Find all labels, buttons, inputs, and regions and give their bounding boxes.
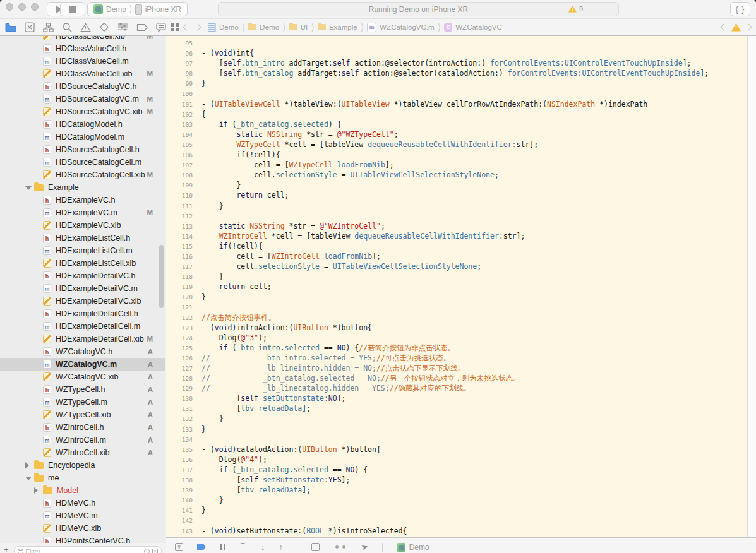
file-row[interactable]: HDExampleDetailVC.xib: [0, 295, 165, 307]
navigator-scrollbar[interactable]: [159, 245, 164, 308]
code-line[interactable]: 95: [166, 38, 747, 48]
file-row[interactable]: WZTypeCell.xibA: [0, 408, 165, 421]
folder-row[interactable]: Model: [0, 484, 165, 497]
file-row[interactable]: hHDCatalogModel.h: [0, 118, 165, 131]
code-line[interactable]: 107 cell = [WZTypeCell loadFromNib];: [166, 160, 747, 170]
find-navigator-icon[interactable]: [62, 22, 72, 32]
code-line[interactable]: 98 [self.btn_catalog addTarget:self acti…: [166, 68, 747, 78]
code-line[interactable]: 117 cell.selectionStyle = UITableViewCel…: [166, 261, 747, 271]
breakpoint-navigator-icon[interactable]: [136, 23, 148, 32]
disclosure-open-icon[interactable]: [25, 186, 32, 190]
debug-process[interactable]: Demo: [397, 543, 429, 552]
code-line[interactable]: 136 Dlog(@"4");: [166, 455, 747, 465]
file-row[interactable]: hHDExampleVC.h: [0, 194, 165, 206]
code-line[interactable]: 127// _lb_lineintro.hidden = NO;//点击状态下显…: [166, 363, 747, 373]
folder-row[interactable]: Encyclopedia: [0, 459, 165, 472]
file-row[interactable]: mWZTypeCell.mA: [0, 396, 165, 408]
code-line[interactable]: 128// _btn_catalog.selected = NO;//另一个按钮…: [166, 373, 747, 383]
scheme-name[interactable]: Demo: [106, 5, 126, 14]
run-destination[interactable]: iPhone XR: [145, 5, 181, 14]
recent-files-icon[interactable]: [144, 549, 150, 553]
breadcrumb-item[interactable]: CWZCatalogVC: [444, 23, 502, 32]
test-navigator-icon[interactable]: [99, 22, 109, 32]
breadcrumb-item[interactable]: Demo: [208, 23, 239, 32]
code-line[interactable]: 130 [self setButtonstate:NO];: [166, 393, 747, 403]
code-line[interactable]: 119 return cell;: [166, 282, 747, 292]
code-line[interactable]: 113 static NSString *str = @"WZIntroCell…: [166, 221, 747, 231]
code-line[interactable]: 139 [tbv reloadData];: [166, 485, 747, 495]
folder-row[interactable]: Example: [0, 181, 165, 194]
file-row[interactable]: HDMeVC.xib: [0, 522, 165, 535]
file-row[interactable]: hHDExampleDetailVC.h: [0, 270, 165, 282]
code-line[interactable]: 133}: [166, 424, 747, 434]
file-row[interactable]: HDExampleVC.xib: [0, 219, 165, 232]
source-editor[interactable]: 9596- (void)int{97 [self.btn_intro addTa…: [166, 36, 747, 537]
hide-debug-area-icon[interactable]: ∨: [175, 543, 183, 551]
breadcrumb-item[interactable]: Example: [318, 23, 357, 31]
jump-bar[interactable]: Demo〉Demo〉UI〉Example〉mWZCatalogVC.m〉CWZC…: [166, 19, 756, 35]
file-row[interactable]: mHDExampleListCell.m: [0, 244, 165, 257]
code-line[interactable]: 125 if (_btn_intro.selected == NO) {//若简…: [166, 343, 747, 353]
next-issue-button[interactable]: [745, 23, 752, 30]
file-row[interactable]: hWZTypeCell.hA: [0, 383, 165, 396]
back-button[interactable]: [183, 23, 189, 30]
code-line[interactable]: 126// _btn_intro.selected = YES;//可点击为挑选…: [166, 353, 747, 363]
simulate-location-icon[interactable]: ➤: [360, 542, 369, 552]
disclosure-open-icon[interactable]: [25, 477, 32, 480]
file-row[interactable]: HDSourceCatalogCell.xibM: [0, 169, 165, 181]
file-row[interactable]: hHDSourceCatalogCell.h: [0, 143, 165, 156]
report-navigator-icon[interactable]: [156, 23, 166, 32]
disclosure-closed-icon[interactable]: [25, 462, 29, 468]
symbol-navigator-icon[interactable]: [43, 23, 54, 32]
code-line[interactable]: 96- (void)int{: [166, 48, 747, 58]
breadcrumb-item[interactable]: Demo: [248, 23, 279, 31]
disclosure-closed-icon[interactable]: [34, 487, 38, 494]
code-line[interactable]: 129// _lb_linecatalog.hidden = YES;//隐藏其…: [166, 383, 747, 393]
code-line[interactable]: 109 }: [166, 180, 747, 190]
file-row[interactable]: mHDExampleDetailVC.m: [0, 282, 165, 295]
code-line[interactable]: 121: [166, 302, 747, 312]
file-row[interactable]: mHDExampleVC.mM: [0, 206, 165, 219]
pause-icon[interactable]: [220, 544, 225, 550]
code-line[interactable]: 104 static NSString *str = @"WZTypeCell"…: [166, 129, 747, 140]
code-line[interactable]: 137 if (_btn_catalog.selected == NO) {: [166, 465, 747, 475]
file-row[interactable]: mHDExampleDetailCell.m: [0, 320, 165, 333]
file-row[interactable]: WZIntroCell.xibA: [0, 446, 165, 459]
code-line[interactable]: 140 }: [166, 495, 747, 505]
code-line[interactable]: 141}: [166, 505, 747, 515]
code-line[interactable]: 97 [self.btn_intro addTarget:self action…: [166, 58, 747, 68]
code-line[interactable]: 134: [166, 434, 747, 444]
forward-button[interactable]: [194, 23, 201, 30]
file-row[interactable]: hHDExampleDetailCell.h: [0, 307, 165, 320]
file-row[interactable]: HDExampleDetailCell.xibM: [0, 333, 165, 345]
filter-field[interactable]: Filter ×: [14, 546, 162, 553]
code-line[interactable]: 122//点击简介按钮事件。: [166, 312, 747, 323]
code-line[interactable]: 106 if(!cell){: [166, 150, 747, 160]
step-into-icon[interactable]: ↓: [261, 543, 265, 551]
close-window-button[interactable]: [6, 3, 13, 11]
file-row[interactable]: hWZCatalogVC.hA: [0, 345, 165, 358]
add-item-button[interactable]: +: [4, 546, 9, 553]
breakpoints-toggle-icon[interactable]: [197, 544, 206, 550]
issue-navigator-icon[interactable]: [80, 23, 91, 32]
code-line[interactable]: 138 [self setButtonstate:YES];: [166, 475, 747, 485]
file-row[interactable]: hHDSourceCatalogVC.h: [0, 80, 165, 93]
code-line[interactable]: 111 }: [166, 201, 747, 211]
code-line[interactable]: 108 cell.selectionStyle = UITableViewCel…: [166, 170, 747, 180]
project-navigator-icon[interactable]: [5, 23, 16, 32]
file-row[interactable]: mHDSourceCatalogVC.mM: [0, 93, 165, 105]
file-row[interactable]: HDClassListCell.xibM: [0, 36, 165, 42]
code-line[interactable]: 142: [166, 515, 747, 525]
code-review-button[interactable]: { }: [730, 2, 750, 16]
file-row[interactable]: hHDClassValueCell.h: [0, 42, 165, 55]
debug-navigator-icon[interactable]: [117, 23, 128, 32]
warning-icon[interactable]: [731, 23, 741, 32]
code-line[interactable]: 102{: [166, 109, 747, 119]
stop-button[interactable]: [60, 2, 85, 16]
folder-row[interactable]: me: [0, 472, 165, 484]
memory-graph-icon[interactable]: ⚬⚬: [333, 543, 347, 551]
view-hierarchy-icon[interactable]: [311, 543, 320, 551]
related-items-icon[interactable]: [171, 23, 179, 31]
code-line[interactable]: 100: [166, 88, 747, 98]
file-row[interactable]: HDClassValueCell.xibM: [0, 68, 165, 80]
